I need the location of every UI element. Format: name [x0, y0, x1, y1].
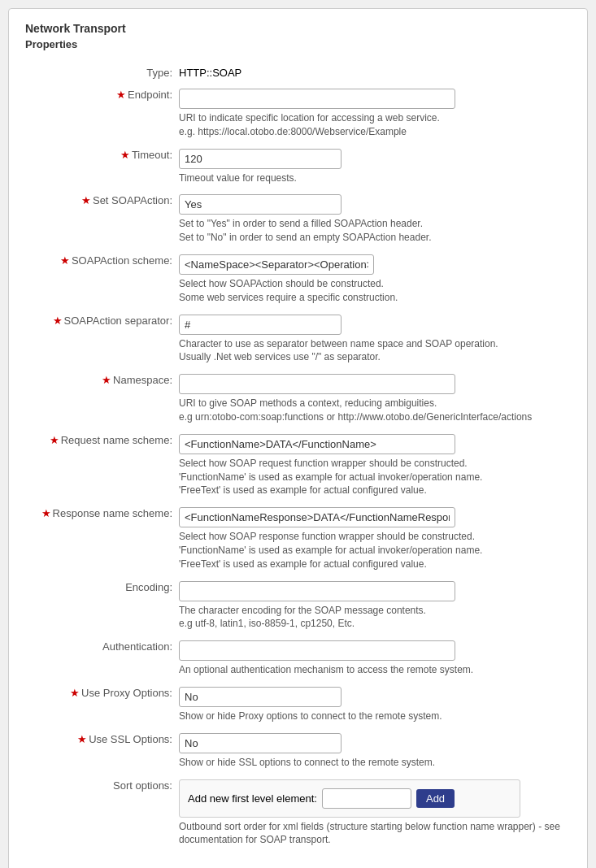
soap-action-separator-row: ★SOAPAction separator: Character to use …: [25, 310, 571, 370]
sort-options-row: Sort options: Add new first level elemen…: [25, 775, 571, 853]
response-name-scheme-help: Select how SOAP response function wrappe…: [179, 530, 568, 571]
timeout-help: Timeout value for requests.: [179, 171, 568, 185]
section-title: Network Transport: [25, 22, 571, 35]
set-soap-action-help: Set to "Yes" in order to send a filled S…: [179, 217, 568, 245]
encoding-row: Encoding: The character encoding for the…: [25, 576, 571, 636]
use-ssl-help: Show or hide SSL options to connect to t…: [179, 756, 568, 770]
use-ssl-label: ★Use SSL Options:: [25, 728, 176, 775]
request-name-scheme-label: ★Request name scheme:: [25, 429, 176, 502]
type-label: Type:: [25, 62, 176, 84]
set-soap-action-field-cell: Set to "Yes" in order to send a filled S…: [176, 189, 571, 250]
sort-options-label: Sort options:: [25, 775, 176, 853]
set-soap-action-label: ★Set SOAPAction:: [25, 189, 176, 250]
use-proxy-label: ★Use Proxy Options:: [25, 682, 176, 728]
response-name-scheme-label: ★Response name scheme:: [25, 502, 176, 575]
soap-action-scheme-label: ★SOAPAction scheme:: [25, 250, 176, 310]
request-name-scheme-input[interactable]: [179, 434, 455, 454]
soap-action-scheme-input[interactable]: [179, 254, 374, 275]
endpoint-input[interactable]: [179, 89, 455, 109]
sort-add-input[interactable]: [322, 788, 411, 809]
authentication-field-cell: An optional authentication mechanism to …: [176, 636, 571, 682]
response-name-scheme-field-cell: Select how SOAP response function wrappe…: [176, 502, 571, 575]
namespace-field-cell: URI to give SOAP methods a context, redu…: [176, 369, 571, 429]
soap-action-scheme-row: ★SOAPAction scheme: Select how SOAPActio…: [25, 250, 571, 310]
response-name-scheme-row: ★Response name scheme: Select how SOAP r…: [25, 502, 571, 575]
sub-title: Properties: [25, 38, 571, 50]
timeout-field-cell: Timeout value for requests.: [176, 144, 571, 190]
endpoint-required: ★: [116, 89, 126, 101]
sort-options-field-cell: Add new first level element: Add Outboun…: [176, 775, 571, 853]
sort-add-label: Add new first level element:: [188, 792, 317, 805]
namespace-row: ★Namespace: URI to give SOAP methods a c…: [25, 369, 571, 429]
soap-action-separator-input[interactable]: [179, 315, 342, 335]
sort-add-button[interactable]: Add: [416, 789, 455, 808]
use-ssl-field-cell: Show or hide SSL options to connect to t…: [176, 728, 571, 775]
soap-action-separator-help: Character to use as separator between na…: [179, 337, 568, 365]
use-proxy-field-cell: Show or hide Proxy options to connect to…: [176, 682, 571, 728]
request-name-scheme-row: ★Request name scheme: Select how SOAP re…: [25, 429, 571, 502]
endpoint-help: URI to indicate specific location for ac…: [179, 111, 568, 139]
endpoint-field-cell: URI to indicate specific location for ac…: [176, 84, 571, 144]
authentication-input[interactable]: [179, 640, 455, 661]
request-name-scheme-field-cell: Select how SOAP request function wrapper…: [176, 429, 571, 502]
use-proxy-help: Show or hide Proxy options to connect to…: [179, 710, 568, 723]
use-ssl-row: ★Use SSL Options: Show or hide SSL optio…: [25, 728, 571, 775]
authentication-row: Authentication: An optional authenticati…: [25, 636, 571, 682]
set-soap-action-row: ★Set SOAPAction: Set to "Yes" in order t…: [25, 189, 571, 250]
timeout-row: ★Timeout: Timeout value for requests.: [25, 144, 571, 190]
timeout-input[interactable]: [179, 149, 342, 169]
response-name-scheme-input[interactable]: [179, 507, 455, 527]
namespace-help: URI to give SOAP methods a context, redu…: [179, 397, 568, 424]
namespace-label: ★Namespace:: [25, 369, 176, 429]
request-name-scheme-help: Select how SOAP request function wrapper…: [179, 457, 568, 497]
soap-action-scheme-help: Select how SOAPAction should be construc…: [179, 277, 568, 305]
sort-options-help: Outbound sort order for xml fields (stru…: [179, 820, 568, 848]
encoding-field-cell: The character encoding for the SOAP mess…: [176, 576, 571, 636]
main-container: Network Transport Properties Type: HTTP:…: [8, 8, 588, 868]
type-value: HTTP::SOAP: [179, 67, 241, 79]
properties-form: Type: HTTP::SOAP ★Endpoint: URI to indic…: [25, 62, 571, 852]
timeout-label: ★Timeout:: [25, 144, 176, 190]
soap-action-separator-field-cell: Character to use as separator between na…: [176, 310, 571, 370]
authentication-help: An optional authentication mechanism to …: [179, 663, 568, 677]
set-soap-action-input[interactable]: [179, 194, 342, 215]
type-row: Type: HTTP::SOAP: [25, 62, 571, 84]
sort-options-box: Add new first level element: Add: [179, 779, 520, 818]
soap-action-separator-label: ★SOAPAction separator:: [25, 310, 176, 370]
endpoint-row: ★Endpoint: URI to indicate specific loca…: [25, 84, 571, 144]
authentication-label: Authentication:: [25, 636, 176, 682]
endpoint-label: ★Endpoint:: [25, 84, 176, 144]
encoding-label: Encoding:: [25, 576, 176, 636]
namespace-input[interactable]: [179, 374, 455, 394]
type-field-cell: HTTP::SOAP: [176, 62, 571, 84]
encoding-input[interactable]: [179, 581, 455, 601]
sort-options-inner: Add new first level element: Add: [188, 788, 511, 809]
encoding-help: The character encoding for the SOAP mess…: [179, 604, 568, 631]
use-proxy-row: ★Use Proxy Options: Show or hide Proxy o…: [25, 682, 571, 728]
use-ssl-input[interactable]: [179, 733, 342, 753]
soap-action-scheme-field-cell: Select how SOAPAction should be construc…: [176, 250, 571, 310]
use-proxy-input[interactable]: [179, 687, 342, 707]
